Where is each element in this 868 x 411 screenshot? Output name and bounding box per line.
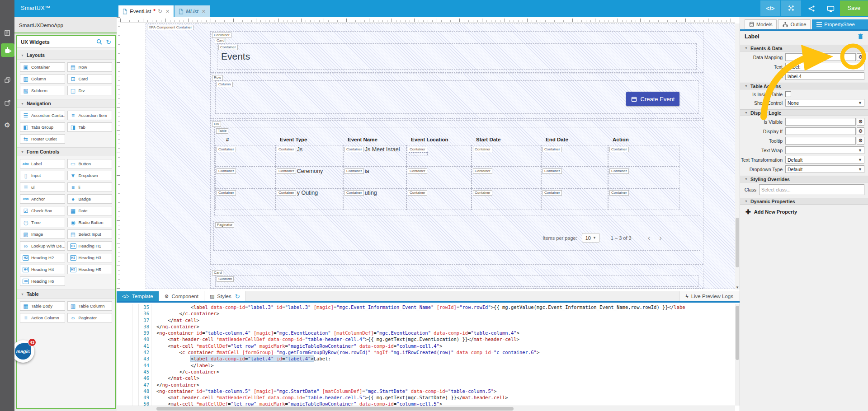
column-header-event-name[interactable]: Event Name (343, 133, 406, 145)
table-cell[interactable]: Containeruting (343, 188, 406, 210)
code-vertical-scrollbar[interactable] (735, 304, 740, 406)
code-hscroll-thumb[interactable] (156, 407, 514, 411)
id-input[interactable] (785, 72, 864, 80)
table-cell[interactable]: Container (608, 188, 679, 210)
chip-container[interactable]: Container (344, 190, 364, 196)
property-section-events-data[interactable]: ▼Events & Data (740, 45, 868, 51)
widget-check-box[interactable]: ☑Check Box (20, 206, 65, 215)
canvas-row-region[interactable]: Row Column Create Event (210, 74, 703, 119)
chip-container[interactable]: Container (277, 168, 296, 174)
tab-propertysheet[interactable]: PropertyShee (812, 19, 868, 29)
search-icon[interactable] (96, 39, 102, 45)
widget-accordion-conta[interactable]: ☰Accordion Conta... (20, 111, 65, 120)
table-cell[interactable]: Container (608, 145, 679, 167)
code-horizontal-scrollbar[interactable] (117, 406, 735, 411)
property-section-dynamic-properties[interactable]: ▼Dynamic Properties (740, 198, 868, 205)
code-line[interactable]: 43 <label data-comp-id="label.4" id="lab… (117, 355, 735, 362)
refresh-icon[interactable]: ↻ (106, 38, 111, 46)
chip-container[interactable]: Container (277, 190, 296, 196)
chip-container[interactable]: Container (542, 190, 562, 196)
widget-card[interactable]: ⊡Card (67, 74, 113, 84)
code-line[interactable]: 39<ng-container id="table-column.4" [mag… (117, 330, 735, 336)
canvas-paginator-region[interactable]: Paginator Items per page: 10 ▼ 1 – 3 of … (213, 221, 700, 251)
chip-column[interactable]: Column (217, 82, 233, 87)
chip-container[interactable]: Container (609, 168, 629, 174)
code-line[interactable]: 40 <mat-header-cell *matHeaderCellDef da… (117, 336, 735, 342)
widget-table-body[interactable]: ▦Table Body (20, 301, 65, 311)
table-cell[interactable]: Container (215, 167, 275, 188)
chip-container[interactable]: Container (344, 147, 364, 152)
column-header-[interactable]: # (215, 133, 275, 145)
widget-ul[interactable]: ≣ul (20, 182, 65, 192)
text-wrap-select[interactable]: ▼ (785, 146, 864, 154)
widget-tab[interactable]: ◨Tab (67, 122, 113, 132)
copy-icon[interactable] (0, 73, 14, 87)
doc-tab-eventlist[interactable]: EventList*↻✕ (118, 5, 174, 17)
property-section-display-logic[interactable]: ▼Display Logic (740, 109, 868, 116)
code-view-button[interactable]: </> (760, 0, 780, 16)
settings-gear-icon[interactable]: ⚙ (0, 118, 14, 132)
chip-container[interactable]: Container (212, 33, 231, 38)
next-page-chevron[interactable]: › (659, 234, 662, 242)
table-cell[interactable]: ContainerJs (275, 145, 343, 167)
widget-heading-h4[interactable]: H4Heading H4 (20, 265, 65, 274)
delete-element-icon[interactable] (858, 33, 863, 40)
widget-subform[interactable]: ▧Subform (20, 86, 65, 95)
widget-select-input[interactable]: ▤Select Input (67, 229, 113, 239)
widget-div[interactable]: ◱Div (67, 86, 113, 95)
code-line[interactable]: 45 </c-container> (117, 369, 735, 375)
is-inside-table-checkbox[interactable] (785, 91, 791, 97)
code-line[interactable]: 48<ng-container id="table-column.5" [mag… (117, 388, 735, 394)
chip-paginator[interactable]: Paginator (215, 222, 234, 228)
sync-icon[interactable]: ↻ (158, 8, 162, 14)
table-cell[interactable]: Container (608, 167, 679, 188)
page-size-select[interactable]: 10 ▼ (582, 233, 600, 243)
share-icon[interactable] (802, 1, 821, 16)
canvas-table-region[interactable]: Table #Event TypeEvent NameEvent Locatio… (214, 127, 700, 215)
chip-table[interactable]: Table (216, 128, 228, 134)
property-section-table-actions[interactable]: ▼Table Actions (740, 83, 868, 89)
app-name[interactable]: SmartUXDemoApp (14, 17, 117, 33)
add-new-property-button[interactable]: ✚Add New Property (740, 205, 868, 215)
widget-button[interactable]: ▭Button (67, 159, 113, 168)
chip-card[interactable]: Card (212, 270, 223, 276)
table-cell[interactable]: Container (406, 145, 472, 167)
table-cell[interactable]: ContainerCeremony (275, 167, 343, 188)
close-tab-icon[interactable]: ✕ (165, 9, 170, 14)
tab-styles[interactable]: ▨ Styles ↻ (204, 291, 246, 301)
widget-dropdown[interactable]: ▼Dropdown (67, 171, 113, 180)
canvas-bottom-card[interactable]: Card Subform (210, 269, 703, 289)
widget-label[interactable]: abcLabel (20, 159, 65, 168)
widget-router-outlet[interactable]: ⇆Router Outlet (20, 134, 65, 144)
chip-container[interactable]: Container (473, 168, 492, 174)
code-line[interactable]: 50 <mat-cell *matCellDef="let row" magic… (117, 401, 735, 406)
export-icon[interactable] (0, 96, 14, 109)
table-cell[interactable]: Container (472, 145, 541, 167)
code-line[interactable]: 42 <c-container #matCell [formGroup]="mg… (117, 349, 735, 355)
table-cell[interactable]: Containeria (343, 167, 406, 188)
canvas-scrollbar[interactable]: ▼ (735, 23, 740, 290)
table-cell[interactable]: Container (541, 145, 608, 167)
code-line[interactable]: 38</ng-container> (117, 323, 735, 330)
chip-xpa-container[interactable]: XPA Component Container (147, 25, 193, 30)
tab-outline[interactable]: Outline (778, 19, 811, 29)
canvas-column-region[interactable]: Column Create Event (215, 80, 698, 114)
magic-logo[interactable]: magic 43 (12, 338, 37, 364)
previous-page-chevron[interactable]: ‹ (648, 234, 651, 242)
expand-view-button[interactable] (781, 0, 801, 16)
chip-subform[interactable]: Subform (217, 276, 234, 282)
tab-models[interactable]: Models (745, 19, 777, 29)
tab-template[interactable]: </> Template (117, 291, 159, 301)
live-preview-logs-button[interactable]: ϟ Live Preview Logs (679, 291, 740, 301)
chip-card[interactable]: Card (215, 38, 226, 43)
code-line[interactable]: 35 <label data-comp-id="label.3" id="lab… (117, 304, 735, 310)
display-if-gear-icon[interactable]: ⚙ (857, 127, 864, 135)
canvas-heading-container[interactable]: Container Events (217, 43, 697, 70)
widget-section-navigation[interactable]: ▼Navigation (17, 99, 115, 108)
pages-icon[interactable] (0, 26, 14, 40)
code-content[interactable]: 35 <label data-comp-id="label.3" id="lab… (117, 304, 735, 406)
widget-badge[interactable]: ●Badge (67, 194, 113, 204)
widget-li[interactable]: ≡li (67, 182, 113, 192)
chip-container[interactable]: Container (609, 190, 629, 196)
widget-lookup-with-de[interactable]: ∞Lookup With De... (20, 241, 65, 251)
